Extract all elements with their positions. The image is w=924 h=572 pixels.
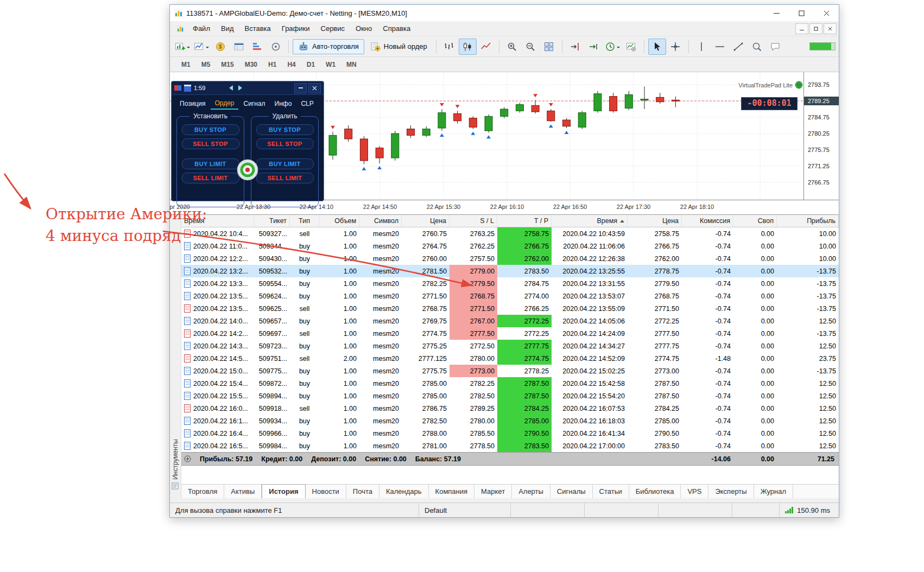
tab-market[interactable]: Маркет: [474, 485, 512, 498]
chart-shift-button[interactable]: [566, 39, 584, 55]
table-row[interactable]: 2020.04.22 14:5...509751...sell2.00mesm2…: [181, 352, 839, 365]
zoom-in-button[interactable]: [503, 39, 521, 55]
column-header-profit[interactable]: Прибыль: [777, 215, 839, 227]
table-row[interactable]: 2020.04.22 13:2...509532...buy1.00mesm20…: [181, 265, 839, 277]
cursor-button[interactable]: [648, 39, 666, 55]
tile-windows-button[interactable]: [540, 39, 558, 55]
zoom-out-button[interactable]: [522, 39, 540, 55]
timeframe-m30[interactable]: M30: [240, 59, 262, 70]
menu-item-window[interactable]: Окно: [350, 22, 377, 35]
table-row[interactable]: 2020.04.22 15:4...509872...buy1.00mesm20…: [181, 377, 839, 390]
vtp-prev-icon[interactable]: [226, 85, 233, 91]
vtp-set-sell-stop-button[interactable]: SELL STOP: [182, 138, 239, 149]
vtp-tab-clp[interactable]: CLP: [297, 98, 317, 109]
menu-item-service[interactable]: Сервис: [315, 22, 351, 35]
table-row[interactable]: 2020.04.22 16:0...509918...sell1.00mesm2…: [181, 402, 839, 415]
vtp-set-buy-limit-button[interactable]: BUY LIMIT: [182, 158, 239, 169]
vtp-delete-sell-limit-button[interactable]: SELL LIMIT: [256, 173, 314, 183]
timeframe-m5[interactable]: M5: [197, 59, 216, 70]
magnifier-tool-button[interactable]: [748, 39, 766, 55]
table-row[interactable]: 2020.04.22 14:0...509657...buy1.00mesm20…: [181, 315, 839, 327]
symbols-button[interactable]: [211, 39, 229, 55]
horizontal-line-button[interactable]: [711, 39, 729, 55]
tab-library[interactable]: Библиотека: [629, 485, 681, 498]
market-depth-button[interactable]: [248, 39, 266, 55]
mdi-close-button[interactable]: [824, 23, 837, 34]
column-header-swap[interactable]: Своп: [733, 215, 777, 227]
table-row[interactable]: 2020.04.22 16:1...509934...buy1.00mesm20…: [181, 415, 839, 427]
menu-item-help[interactable]: Справка: [377, 22, 416, 35]
tab-company[interactable]: Компания: [429, 485, 475, 498]
vtp-delete-buy-stop-button[interactable]: BUY STOP: [256, 124, 314, 135]
table-row[interactable]: 2020.04.22 14:3...509723...buy1.00mesm20…: [181, 340, 839, 352]
column-header-ticket[interactable]: Тикет: [254, 215, 290, 227]
price-axis[interactable]: 2789.25 2793.752789.252784.752780.252775…: [803, 72, 839, 200]
tab-alerts[interactable]: Алерты: [512, 485, 550, 498]
comment-tool-button[interactable]: [767, 39, 784, 55]
auto-scroll-button[interactable]: [585, 39, 603, 55]
table-row[interactable]: 2020.04.22 14:2...509697...sell1.00mesm2…: [181, 327, 839, 340]
vertical-line-button[interactable]: [693, 39, 711, 55]
table-row[interactable]: 2020.04.22 11:0...509344...buy1.00mesm20…: [181, 240, 839, 252]
vtp-title-bar[interactable]: 1:59: [172, 81, 324, 95]
column-header-type[interactable]: Тип: [290, 215, 319, 227]
table-row[interactable]: 2020.04.22 12:2...509430...buy1.00mesm20…: [181, 252, 839, 265]
timeframe-d1[interactable]: D1: [302, 59, 320, 70]
period-button[interactable]: [603, 39, 622, 55]
menu-item-charts[interactable]: Графики: [276, 22, 315, 35]
vtp-delete-buy-limit-button[interactable]: BUY LIMIT: [256, 158, 314, 169]
column-header-close_time[interactable]: Время: [552, 215, 628, 227]
tab-mailbox[interactable]: Почта: [346, 485, 379, 498]
timeframe-w1[interactable]: W1: [321, 59, 340, 70]
crosshair-button[interactable]: [667, 39, 685, 55]
virtualtradepad-panel[interactable]: 1:59 ПозицияОрдерСигналИнфоCLP Установит…: [171, 81, 324, 201]
timeframe-h4[interactable]: H4: [282, 59, 300, 70]
column-header-price[interactable]: Цена: [402, 215, 450, 227]
column-header-sl[interactable]: S / L: [450, 215, 497, 227]
new-order-button[interactable]: Новый ордер: [365, 40, 432, 54]
column-header-volume[interactable]: Объем: [319, 215, 359, 227]
line-mode-button[interactable]: [477, 39, 495, 55]
table-row[interactable]: 2020.04.22 13:5...509624...buy1.00mesm20…: [181, 290, 839, 302]
vtp-minimize-button[interactable]: [294, 83, 307, 93]
title-bar[interactable]: 1138571 - AMPGlobalEU-Demo: Демо-счет - …: [170, 5, 839, 21]
table-row[interactable]: 2020.04.22 10:4...509327...sell1.00mesm2…: [181, 227, 839, 240]
timeframe-m15[interactable]: M15: [216, 59, 238, 70]
table-row[interactable]: 2020.04.22 15:5...509894...buy1.00mesm20…: [181, 390, 839, 402]
vtp-tab-info[interactable]: Инфо: [271, 98, 296, 109]
bars-mode-button[interactable]: [440, 39, 458, 55]
tab-articles[interactable]: Статьи: [593, 485, 629, 498]
menu-item-insert[interactable]: Вставка: [239, 22, 276, 35]
autotrade-button[interactable]: Авто-торговля: [293, 39, 364, 54]
new-chart-button[interactable]: [173, 39, 192, 55]
tab-journal[interactable]: Журнал: [754, 485, 793, 498]
chart-area[interactable]: 2789.25 2793.752789.252784.752780.252775…: [170, 72, 839, 215]
timeframe-m1[interactable]: M1: [176, 59, 195, 70]
tab-vps[interactable]: VPS: [681, 485, 708, 498]
tab-experts[interactable]: Эксперты: [708, 485, 754, 498]
tab-news[interactable]: Новости: [306, 485, 346, 498]
data-window-button[interactable]: [230, 39, 248, 55]
vtp-tab-order[interactable]: Ордер: [211, 98, 238, 110]
vtp-tab-position[interactable]: Позиция: [176, 98, 209, 109]
mdi-minimize-button[interactable]: [795, 23, 808, 34]
status-profile[interactable]: Default: [419, 503, 511, 517]
table-row[interactable]: 2020.04.22 13:5...509625...sell1.00mesm2…: [181, 302, 839, 315]
minimize-button[interactable]: [764, 5, 789, 21]
column-header-tp[interactable]: T / P: [497, 215, 552, 227]
vtp-tab-signal[interactable]: Сигнал: [240, 98, 269, 109]
timeframe-h1[interactable]: H1: [263, 59, 281, 70]
table-row[interactable]: 2020.04.22 16:4...509966...buy1.00mesm20…: [181, 427, 839, 440]
tab-history[interactable]: История: [262, 484, 305, 498]
tab-calendar[interactable]: Календарь: [379, 485, 429, 498]
vtp-next-icon[interactable]: [238, 85, 245, 91]
vtp-delete-sell-stop-button[interactable]: SELL STOP: [256, 138, 314, 149]
profiles-button[interactable]: [192, 39, 211, 55]
tab-signals[interactable]: Сигналы: [550, 485, 593, 498]
vtp-set-buy-stop-button[interactable]: BUY STOP: [182, 124, 239, 135]
maximize-button[interactable]: [789, 5, 814, 21]
tab-assets[interactable]: Активы: [224, 485, 262, 498]
column-header-close_price[interactable]: Цена: [628, 215, 682, 227]
status-connection[interactable]: 150.90 ms: [780, 503, 839, 517]
table-row[interactable]: 2020.04.22 16:5...509984...buy1.00mesm20…: [181, 440, 839, 452]
